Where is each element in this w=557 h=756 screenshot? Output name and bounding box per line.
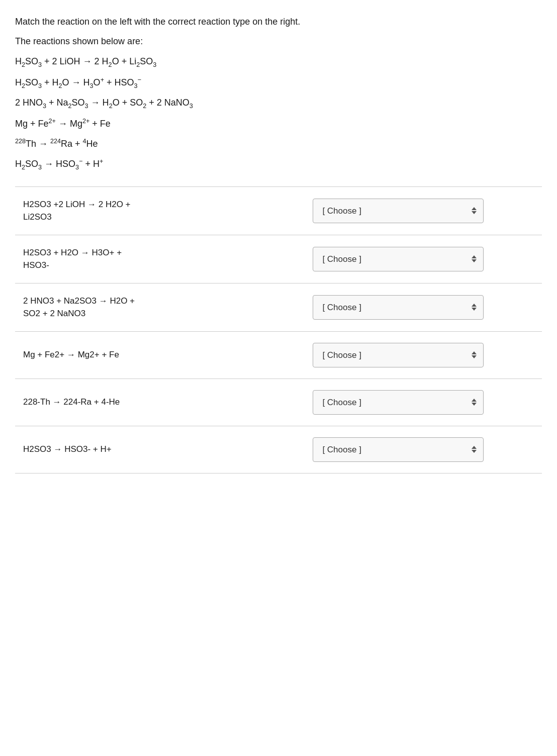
reaction-display-6: H2SO3 → HSO3− + H+	[15, 156, 542, 172]
select-wrapper-5: [ Choose ] Acid-Base Reaction Double Dis…	[313, 390, 484, 415]
select-wrapper-4: [ Choose ] Acid-Base Reaction Double Dis…	[313, 343, 484, 367]
select-cell-3: [ Choose ] Acid-Base Reaction Double Dis…	[305, 283, 542, 331]
matching-table: H2SO3 +2 LiOH → 2 H2O +Li2SO3 [ Choose ]…	[15, 187, 542, 474]
select-cell-2: [ Choose ] Acid-Base Reaction Double Dis…	[305, 235, 542, 283]
reaction-select-2[interactable]: [ Choose ] Acid-Base Reaction Double Dis…	[313, 247, 484, 271]
reaction-label-5: 228-Th → 224-Ra + 4-He	[15, 379, 305, 426]
reaction-select-6[interactable]: [ Choose ] Acid-Base Reaction Double Dis…	[313, 437, 484, 462]
reaction-display-4: Mg + Fe2+ → Mg2+ + Fe	[15, 116, 542, 131]
select-wrapper-3: [ Choose ] Acid-Base Reaction Double Dis…	[313, 295, 484, 320]
reaction-label-2: H2SO3 + H2O → H3O+ +HSO3-	[15, 235, 305, 283]
reaction-select-4[interactable]: [ Choose ] Acid-Base Reaction Double Dis…	[313, 343, 484, 367]
reaction-display-5: 228Th → 224Ra + 4He	[15, 136, 542, 151]
reactions-display-list: H2SO3 + 2 LiOH → 2 H2O + Li2SO3 H2SO3 + …	[15, 54, 542, 172]
select-cell-5: [ Choose ] Acid-Base Reaction Double Dis…	[305, 379, 542, 426]
reaction-select-5[interactable]: [ Choose ] Acid-Base Reaction Double Dis…	[313, 390, 484, 415]
reaction-display-2: H2SO3 + H2O → H3O+ + HSO3−	[15, 75, 542, 91]
instruction-text: Match the reaction on the left with the …	[15, 15, 542, 29]
select-wrapper-2: [ Choose ] Acid-Base Reaction Double Dis…	[313, 247, 484, 271]
reaction-display-1: H2SO3 + 2 LiOH → 2 H2O + Li2SO3	[15, 54, 542, 70]
table-row: H2SO3 + H2O → H3O+ +HSO3- [ Choose ] Aci…	[15, 235, 542, 283]
table-row: Mg + Fe2+ → Mg2+ + Fe [ Choose ] Acid-Ba…	[15, 331, 542, 379]
reaction-select-3[interactable]: [ Choose ] Acid-Base Reaction Double Dis…	[313, 295, 484, 320]
select-cell-6: [ Choose ] Acid-Base Reaction Double Dis…	[305, 426, 542, 473]
reaction-label-6: H2SO3 → HSO3- + H+	[15, 426, 305, 473]
table-row: 2 HNO3 + Na2SO3 → H2O +SO2 + 2 NaNO3 [ C…	[15, 283, 542, 331]
reaction-label-3: 2 HNO3 + Na2SO3 → H2O +SO2 + 2 NaNO3	[15, 283, 305, 331]
table-row: 228-Th → 224-Ra + 4-He [ Choose ] Acid-B…	[15, 379, 542, 426]
subtitle-text: The reactions shown below are:	[15, 35, 542, 48]
reaction-display-3: 2 HNO3 + Na2SO3 → H2O + SO2 + 2 NaNO3	[15, 96, 542, 111]
select-wrapper-6: [ Choose ] Acid-Base Reaction Double Dis…	[313, 437, 484, 462]
reaction-label-1: H2SO3 +2 LiOH → 2 H2O +Li2SO3	[15, 187, 305, 235]
select-wrapper-1: [ Choose ] Acid-Base Reaction Double Dis…	[313, 199, 484, 223]
select-cell-1: [ Choose ] Acid-Base Reaction Double Dis…	[305, 187, 542, 235]
reaction-select-1[interactable]: [ Choose ] Acid-Base Reaction Double Dis…	[313, 199, 484, 223]
table-row: H2SO3 → HSO3- + H+ [ Choose ] Acid-Base …	[15, 426, 542, 473]
table-row: H2SO3 +2 LiOH → 2 H2O +Li2SO3 [ Choose ]…	[15, 187, 542, 235]
reaction-label-4: Mg + Fe2+ → Mg2+ + Fe	[15, 331, 305, 379]
select-cell-4: [ Choose ] Acid-Base Reaction Double Dis…	[305, 331, 542, 379]
intro-section: Match the reaction on the left with the …	[15, 15, 542, 172]
